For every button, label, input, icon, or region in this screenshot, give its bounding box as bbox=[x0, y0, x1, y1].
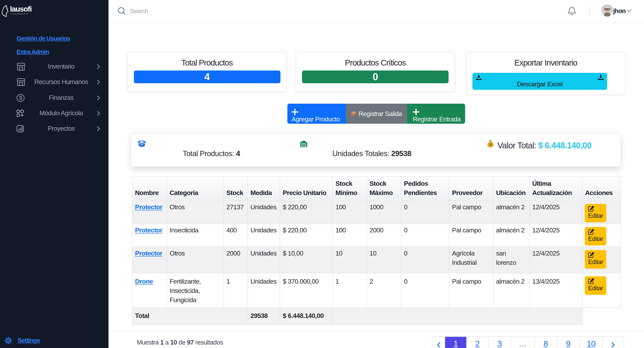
svg-text:$: $ bbox=[490, 143, 492, 147]
svg-text:$: $ bbox=[19, 95, 22, 101]
